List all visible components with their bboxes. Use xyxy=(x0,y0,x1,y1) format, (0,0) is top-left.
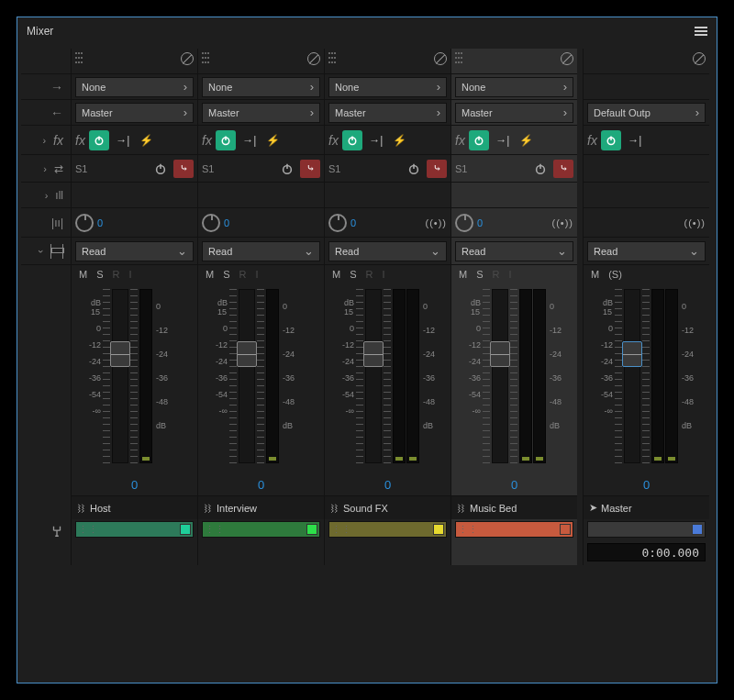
volume-value[interactable]: 0 xyxy=(72,474,197,495)
mute-button[interactable]: M xyxy=(459,269,467,280)
phase-invert-icon[interactable] xyxy=(181,52,194,65)
fader-thumb[interactable] xyxy=(363,341,384,367)
record-button[interactable]: R xyxy=(239,269,247,280)
solo-button[interactable]: S xyxy=(476,269,483,280)
solo-button[interactable]: S xyxy=(223,269,229,280)
pan-knob[interactable] xyxy=(75,214,94,232)
fx-power-button[interactable] xyxy=(216,130,236,150)
record-button[interactable]: R xyxy=(493,269,500,280)
track-name-row[interactable]: ➤Master xyxy=(584,495,709,519)
mute-button[interactable]: M xyxy=(206,269,214,280)
volume-value[interactable]: 0 xyxy=(325,474,450,495)
automation-mode-select[interactable]: Read⌄ xyxy=(328,241,447,261)
input-select[interactable]: None› xyxy=(202,77,320,97)
solo-button[interactable]: S xyxy=(96,269,103,280)
send-post-button[interactable]: ⤷ xyxy=(427,160,447,178)
send-power-button[interactable] xyxy=(151,160,170,178)
output-select[interactable]: Master› xyxy=(202,103,320,123)
fader-track[interactable] xyxy=(492,289,508,463)
fx-power-button[interactable] xyxy=(469,130,489,150)
pan-knob[interactable] xyxy=(202,214,220,232)
fader-thumb[interactable] xyxy=(237,341,257,367)
row-label-eq[interactable]: › ıll xyxy=(21,183,71,208)
phase-invert-icon[interactable] xyxy=(561,52,573,65)
track-name-row[interactable]: ⧘⧘Host xyxy=(72,495,197,519)
solo-safe-button[interactable]: (S) xyxy=(608,269,622,280)
volume-value[interactable]: 0 xyxy=(584,474,709,495)
mute-button[interactable]: M xyxy=(332,269,340,280)
track-color-bar[interactable]: ⋮⋮ xyxy=(202,521,320,538)
meter-scale: 0-12-24-36-48dB xyxy=(548,285,570,430)
fx-lightning-icon[interactable]: ⚡ xyxy=(517,130,537,150)
phase-invert-icon[interactable] xyxy=(307,52,320,65)
track-name-row[interactable]: ⧘⧘Interview xyxy=(198,495,324,519)
row-label-sends[interactable]: › ⇄ xyxy=(21,155,71,183)
input-monitor-button[interactable]: I xyxy=(508,269,511,280)
input-select[interactable]: None› xyxy=(455,77,573,97)
automation-mode-select[interactable]: Read⌄ xyxy=(587,241,706,261)
fader-thumb[interactable] xyxy=(490,341,510,367)
track-color-bar[interactable]: ⋮⋮ xyxy=(455,521,573,538)
input-monitor-button[interactable]: I xyxy=(382,269,384,280)
phase-invert-icon[interactable] xyxy=(434,52,447,65)
volume-value[interactable]: 0 xyxy=(198,474,324,495)
output-select[interactable]: Default Outp› xyxy=(587,103,706,123)
row-label-auto[interactable]: › xyxy=(21,238,71,265)
fx-lightning-icon[interactable]: ⚡ xyxy=(390,130,410,150)
automation-mode-select[interactable]: Read⌄ xyxy=(75,241,194,261)
fader-track[interactable] xyxy=(112,289,128,463)
fx-power-button[interactable] xyxy=(601,130,621,150)
input-select[interactable]: None› xyxy=(328,77,447,97)
stereo-monitor-icon[interactable]: ((•)) xyxy=(551,217,573,228)
fx-power-button[interactable] xyxy=(342,130,362,150)
fx-pre-post-icon[interactable]: →| xyxy=(625,130,645,150)
send-power-button[interactable] xyxy=(531,160,550,178)
pan-knob[interactable] xyxy=(455,214,473,232)
automation-mode-select[interactable]: Read⌄ xyxy=(455,241,573,261)
fader-thumb[interactable] xyxy=(622,341,642,367)
send-power-button[interactable] xyxy=(405,160,423,178)
track-name-row[interactable]: ⧘⧘Sound FX xyxy=(325,495,450,519)
pan-knob[interactable] xyxy=(328,214,347,232)
row-label-i-o-top xyxy=(21,49,71,74)
track-color-bar[interactable]: ⋮⋮ xyxy=(328,521,447,538)
row-label-fx[interactable]: › fx xyxy=(21,126,71,155)
stereo-monitor-icon[interactable]: ((•)) xyxy=(425,217,447,228)
volume-value[interactable]: 0 xyxy=(451,474,577,495)
fx-lightning-icon[interactable]: ⚡ xyxy=(263,130,284,150)
fader-track[interactable] xyxy=(624,289,640,463)
send-post-button[interactable]: ⤷ xyxy=(300,160,320,178)
fx-pre-post-icon[interactable]: →| xyxy=(113,130,133,150)
row-label-bus[interactable] xyxy=(21,519,71,545)
fx-pre-post-icon[interactable]: →| xyxy=(239,130,260,150)
panel-menu-icon[interactable] xyxy=(695,27,707,36)
input-monitor-button[interactable]: I xyxy=(128,269,131,280)
track-name-row[interactable]: ⧘⧘Music Bed xyxy=(451,495,577,519)
fx-power-button[interactable] xyxy=(89,130,109,150)
fx-lightning-icon[interactable]: ⚡ xyxy=(137,130,157,150)
input-monitor-button[interactable]: I xyxy=(255,269,258,280)
db-scale: dB150-12-24-36-54-∞ xyxy=(455,285,481,416)
input-select[interactable]: None› xyxy=(75,77,194,97)
send-post-button[interactable]: ⤷ xyxy=(553,160,573,178)
output-select[interactable]: Master› xyxy=(455,103,573,123)
output-select[interactable]: Master› xyxy=(328,103,447,123)
record-button[interactable]: R xyxy=(113,269,120,280)
fx-pre-post-icon[interactable]: →| xyxy=(366,130,386,150)
fader-track[interactable] xyxy=(239,289,255,463)
fader-track[interactable] xyxy=(365,289,382,463)
stereo-monitor-icon[interactable]: ((•)) xyxy=(684,217,706,228)
fader-thumb[interactable] xyxy=(110,341,130,367)
phase-invert-icon[interactable] xyxy=(693,52,706,65)
record-button[interactable]: R xyxy=(366,269,373,280)
solo-button[interactable]: S xyxy=(350,269,356,280)
mute-button[interactable]: M xyxy=(79,269,87,280)
track-color-bar[interactable] xyxy=(587,521,706,538)
track-color-bar[interactable]: ⋮⋮ xyxy=(75,521,194,538)
send-power-button[interactable] xyxy=(278,160,296,178)
output-select[interactable]: Master› xyxy=(75,103,194,123)
automation-mode-select[interactable]: Read⌄ xyxy=(202,241,320,261)
send-post-button[interactable]: ⤷ xyxy=(173,160,194,178)
fx-pre-post-icon[interactable]: →| xyxy=(493,130,513,150)
mute-button[interactable]: M xyxy=(591,269,599,280)
